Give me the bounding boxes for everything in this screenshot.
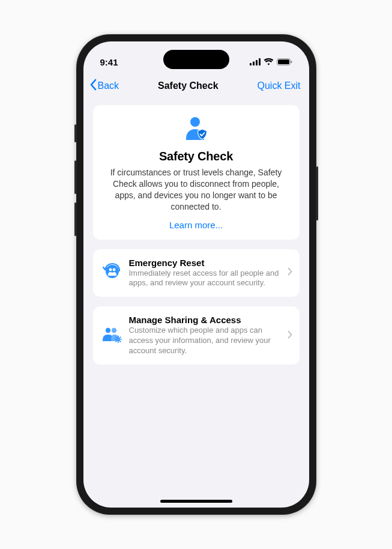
svg-point-12 <box>111 327 116 332</box>
chevron-right-icon <box>288 267 292 278</box>
status-time: 9:41 <box>100 57 118 67</box>
power-button <box>316 166 318 220</box>
battery-icon <box>277 57 292 67</box>
home-indicator[interactable] <box>160 500 232 503</box>
quick-exit-button[interactable]: Quick Exit <box>257 80 300 91</box>
svg-line-18 <box>116 337 116 338</box>
person-shield-icon <box>183 116 210 144</box>
volume-up-button <box>74 160 76 194</box>
emergency-reset-icon <box>102 262 121 284</box>
manage-sharing-description: Customize which people and apps can acce… <box>129 326 280 356</box>
svg-rect-0 <box>250 63 252 65</box>
emergency-reset-description: Immediately reset access for all people … <box>129 268 280 289</box>
back-label: Back <box>98 80 119 91</box>
svg-line-20 <box>116 341 116 341</box>
manage-sharing-title: Manage Sharing & Access <box>129 315 280 325</box>
side-button <box>74 124 76 142</box>
cellular-icon <box>250 57 261 67</box>
svg-rect-2 <box>256 60 258 65</box>
volume-down-button <box>74 202 76 236</box>
screen: 9:41 Back Safety Check Qu <box>83 41 309 508</box>
hero-description: If circumstances or trust levels change,… <box>104 167 289 213</box>
emergency-reset-row[interactable]: Emergency Reset Immediately reset access… <box>93 249 300 297</box>
svg-rect-3 <box>259 58 261 65</box>
chevron-left-icon <box>89 79 97 93</box>
nav-title: Safety Check <box>158 80 219 91</box>
svg-point-11 <box>105 327 110 332</box>
back-button[interactable]: Back <box>89 79 119 93</box>
svg-line-21 <box>119 337 120 338</box>
manage-sharing-row[interactable]: Manage Sharing & Access Customize which … <box>93 306 300 365</box>
nav-bar: Back Safety Check Quick Exit <box>83 74 309 99</box>
svg-point-9 <box>109 268 112 271</box>
learn-more-link[interactable]: Learn more... <box>104 220 289 230</box>
svg-rect-6 <box>291 61 292 63</box>
content-area: Safety Check If circumstances or trust l… <box>83 99 309 380</box>
emergency-reset-title: Emergency Reset <box>129 258 280 268</box>
hero-card: Safety Check If circumstances or trust l… <box>93 105 300 240</box>
svg-line-19 <box>119 341 120 341</box>
wifi-icon <box>264 57 274 67</box>
chevron-right-icon <box>288 330 292 341</box>
dynamic-island <box>163 50 229 69</box>
svg-point-10 <box>112 268 115 271</box>
manage-sharing-icon <box>101 326 122 345</box>
phone-frame: 9:41 Back Safety Check Qu <box>76 34 316 515</box>
svg-point-7 <box>190 117 200 127</box>
svg-rect-5 <box>278 59 289 64</box>
svg-rect-1 <box>253 61 255 65</box>
hero-title: Safety Check <box>104 150 289 163</box>
svg-point-8 <box>106 265 119 278</box>
